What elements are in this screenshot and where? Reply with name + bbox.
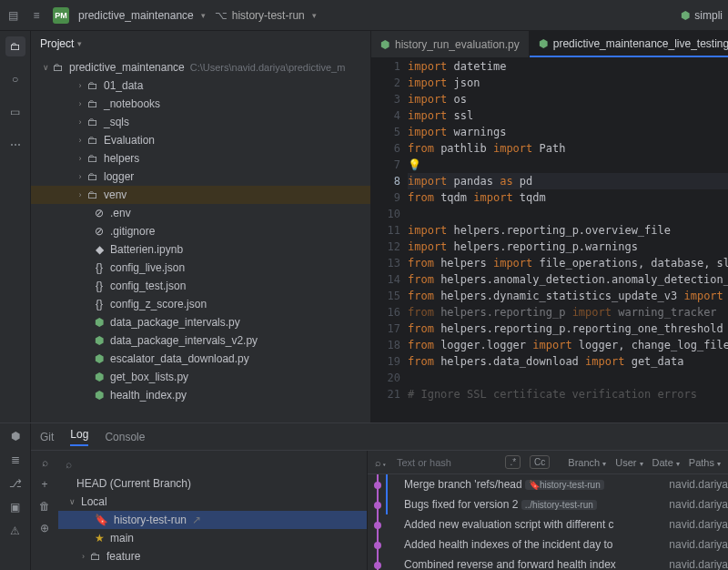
tree-file[interactable]: ⬢get_box_lists.py [31, 368, 370, 386]
delete-icon[interactable]: 🗑 [39, 500, 50, 513]
code-line[interactable]: from pathlib import Path [408, 140, 728, 157]
add-icon[interactable]: + [41, 478, 47, 491]
git-tab-console[interactable]: Console [105, 431, 145, 443]
expand-icon[interactable]: › [75, 190, 86, 199]
code-line[interactable]: import ssl [408, 107, 728, 124]
tree-folder[interactable]: ›🗀_sqls [31, 113, 370, 131]
code-line[interactable]: import os [408, 91, 728, 107]
filter-user[interactable]: User ▾ [615, 457, 642, 468]
search-icon[interactable]: ⌕▾ [375, 457, 388, 468]
file-icon: ⊘ [92, 225, 106, 238]
layers-icon[interactable]: ≣ [8, 453, 23, 467]
project-tool-icon[interactable]: 🗀 [5, 36, 25, 56]
git-tab-log[interactable]: Log [70, 428, 88, 446]
code-line[interactable]: from logger.logger import logger, change… [408, 337, 728, 353]
app-menu-icon[interactable]: ▤ [5, 8, 20, 23]
branch-search-icon[interactable]: ⌕ [66, 458, 72, 471]
code-line[interactable] [408, 206, 728, 222]
commit-tool-icon[interactable]: ○ [5, 69, 25, 89]
problems-icon[interactable]: ⚠ [8, 524, 23, 538]
feature-group[interactable]: › 🗀 feature [58, 547, 367, 565]
editor-tab[interactable]: ⬢history_run_evaluation.py [371, 31, 530, 57]
regex-toggle[interactable]: .* [505, 455, 521, 469]
branch-row[interactable]: 🔖history-test-run ↗ [58, 511, 367, 529]
tree-file[interactable]: {}config_live.json [31, 259, 370, 277]
code-line[interactable]: # Ignore SSL certificate verification er… [408, 386, 728, 402]
expand-icon[interactable]: › [75, 117, 86, 127]
tree-file[interactable]: ⬢data_package_intervals_v2.py [31, 331, 370, 350]
commit-list[interactable]: Merge branch 'refs/head 🔖history-test-ru… [368, 474, 728, 570]
cherry-pick-icon[interactable]: ⊕ [40, 522, 49, 534]
branch-row[interactable]: ★main [58, 529, 367, 547]
expand-icon[interactable]: ∨ [40, 63, 51, 72]
code-line[interactable]: from helpers.data_download import get_da… [408, 353, 728, 370]
tree-file[interactable]: ⬢health_index.py [31, 386, 370, 404]
python-console-icon[interactable]: ⬢ [8, 429, 23, 443]
head-branch-row[interactable]: HEAD (Current Branch) [58, 474, 367, 493]
filter-branch[interactable]: Branch ▾ [568, 457, 606, 468]
code-line[interactable]: from helpers.dynamic_statistics_update_v… [408, 288, 728, 304]
tree-file[interactable]: ⬢escalator_data_download.py [31, 350, 370, 368]
editor-tab[interactable]: ⬢predictive_maintenance_live_testing.p [530, 31, 728, 57]
local-group[interactable]: ∨ Local [58, 493, 367, 511]
commit-row[interactable]: Merge branch 'refs/head 🔖history-test-ru… [368, 474, 728, 494]
git-icon[interactable]: ⎇ [8, 476, 23, 491]
hamburger-icon[interactable]: ≡ [29, 8, 44, 23]
code-line[interactable]: from tqdm import tqdm [408, 189, 728, 206]
expand-icon[interactable]: › [75, 81, 86, 90]
tree-file[interactable]: {}config_test.json [31, 277, 370, 295]
code-line[interactable]: import datetime [408, 58, 728, 75]
tree-file[interactable]: ⊘.gitignore [31, 222, 370, 240]
tree-folder[interactable]: ›🗀Evaluation [31, 131, 370, 149]
expand-icon[interactable]: › [75, 136, 86, 145]
git-tab-git[interactable]: Git [40, 431, 54, 443]
code-line[interactable] [408, 370, 728, 386]
code-line[interactable]: import pandas as pd [408, 173, 728, 189]
commit-row[interactable]: Added health indexes of the incident day… [368, 534, 728, 555]
tree-file[interactable]: {}config_z_score.json [31, 295, 370, 313]
code-line[interactable]: import helpers.reporting_p.warnings [408, 239, 728, 255]
project-tree[interactable]: ∨ 🗀 predictive_maintenance C:\Users\navi… [31, 56, 370, 422]
right-file[interactable]: ⬢ simpli [681, 9, 723, 22]
project-header[interactable]: Project ▾ [31, 31, 370, 56]
tree-file[interactable]: ◆Batterien.ipynb [31, 240, 370, 259]
tree-folder[interactable]: ›🗀helpers [31, 149, 370, 168]
commit-row[interactable]: Bugs fixed for version 2 ../history-test… [368, 494, 728, 514]
code-line[interactable]: import warnings [408, 124, 728, 140]
code-line[interactable]: import helpers.reporting_p.overview_file [408, 222, 728, 239]
filter-date[interactable]: Date ▾ [652, 457, 680, 468]
structure-tool-icon[interactable]: ▭ [5, 102, 25, 122]
commit-search-input[interactable]: Text or hash [397, 457, 496, 468]
expand-icon[interactable]: › [75, 154, 86, 163]
more-tool-icon[interactable]: ⋯ [5, 135, 25, 155]
git-branches[interactable]: ⌕ HEAD (Current Branch) ∨ Local 🔖history… [58, 451, 368, 570]
branch-dropdown[interactable]: ⌥ history-test-run [215, 9, 317, 22]
tree-root[interactable]: ∨ 🗀 predictive_maintenance C:\Users\navi… [31, 58, 370, 76]
code-line[interactable]: from helpers import file_operations, dat… [408, 255, 728, 271]
case-toggle[interactable]: Cc [530, 455, 550, 469]
tree-folder[interactable]: ›🗀01_data [31, 76, 370, 95]
expand-icon[interactable]: › [75, 172, 86, 181]
code-line[interactable]: import json [408, 75, 728, 91]
tree-folder[interactable]: ›🗀venv [31, 186, 370, 204]
git-left-toolbar: ⬢ ≣ ⎇ ▣ ⚠ [0, 423, 31, 570]
tree-folder[interactable]: ›🗀logger [31, 168, 370, 186]
code-line[interactable]: 💡 [408, 157, 728, 173]
tree-file[interactable]: ⬢data_package_intervals.py [31, 313, 370, 331]
commit-row[interactable]: Added new evaluation script with differe… [368, 514, 728, 534]
tree-file[interactable]: ⊘.env [31, 204, 370, 222]
code-body[interactable]: import datetimeimport jsonimport osimpor… [408, 58, 728, 422]
expand-icon[interactable]: › [75, 99, 86, 108]
filter-paths[interactable]: Paths ▾ [689, 457, 721, 468]
code-editor[interactable]: 123456789101112131415161718192021 import… [371, 58, 728, 422]
expand-icon[interactable]: › [82, 552, 85, 561]
code-line[interactable]: from helpers.reporting_p.reporting_one_t… [408, 321, 728, 337]
code-line[interactable]: from helpers.reporting_p import warning_… [408, 304, 728, 321]
code-line[interactable]: from helpers.anomaly_detection.anomaly_d… [408, 271, 728, 288]
search-icon[interactable]: ⌕ [42, 456, 48, 469]
commit-row[interactable]: Combined reverse and forward health inde… [368, 555, 728, 570]
expand-icon[interactable]: ∨ [69, 497, 76, 506]
tree-folder[interactable]: ›🗀_notebooks [31, 95, 370, 113]
project-name-dropdown[interactable]: predictive_maintenance [78, 9, 206, 22]
terminal-icon[interactable]: ▣ [8, 500, 23, 514]
